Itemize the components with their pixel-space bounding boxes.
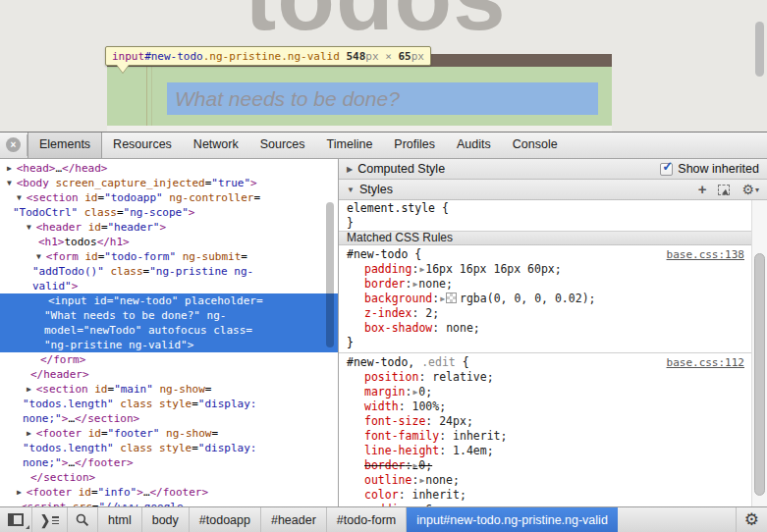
browser-viewport: todos What needs to be done? input#new-t… [0,0,767,132]
inspect-element-button[interactable] [68,507,98,532]
element-style-block[interactable]: element.style { } [339,200,752,231]
computed-style-label: Computed Style [357,162,445,176]
show-console-button[interactable]: ❯ [32,507,68,532]
section-edge-line [146,67,147,126]
css-property[interactable]: border:▶none; [347,277,744,292]
dom-tree-line[interactable]: none;">…</section> [0,411,338,426]
inspect-tooltip: input#new-todo.ng-pristine.ng-valid 548p… [105,46,431,66]
css-rule: #new-todo {base.css:138padding:▶16px 16p… [339,245,752,353]
console-lines-icon [52,516,59,524]
dom-tree-line[interactable]: ▶ <section id="main" ng-show= [0,382,338,397]
css-property[interactable]: font-family: inherit; [347,429,744,444]
css-property[interactable]: z-index: 2; [347,306,744,321]
styles-header[interactable]: ▼ Styles + ⚙ ▾ [339,180,767,200]
tab-profiles[interactable]: Profiles [383,133,446,158]
inspect-tooltip-pointer [117,65,129,73]
breadcrumb-body[interactable]: body [142,507,190,532]
element-style-close: } [347,216,744,231]
show-inherited-label: Show inherited [678,162,759,176]
css-rule-selector[interactable]: #new-todo {base.css:138 [347,247,744,262]
css-property[interactable]: color: inherit; [347,488,744,503]
console-chevron-icon: ❯ [40,511,50,527]
styles-content: element.style { } Matched CSS Rules #new… [339,200,752,507]
dock-menu-corner-icon [26,525,29,529]
stylesheet-link[interactable]: base.css:138 [667,247,744,262]
css-property[interactable]: background:▶rgba(0, 0, 0, 0.02); [347,292,744,306]
dom-tree-line[interactable]: </form> [0,352,338,367]
dom-tree-line[interactable]: none;">…</footer> [0,455,338,470]
page-title: todos [0,0,751,51]
matched-css-rules-label: Matched CSS Rules [347,231,453,245]
css-property[interactable]: outline:▶none; [347,473,744,488]
close-icon[interactable]: × [6,137,21,152]
css-property[interactable]: font-size: 24px; [347,414,744,429]
tab-audits[interactable]: Audits [446,133,502,158]
caret-down-icon: ▾ [755,186,759,194]
dom-tree-line[interactable]: "TodoCtrl" class="ng-scope"> [0,205,338,220]
tree-scrollbar-thumb[interactable] [326,202,334,347]
dom-tree-line[interactable]: "addTodo()" class="ng-pristine ng- [0,264,338,279]
css-property[interactable]: line-height: 1.4em; [347,444,744,458]
dom-tree-line[interactable]: ▼ <body screen_capture_injected="true"> [0,176,338,190]
devtools-toolbar: × ElementsResourcesNetworkSourcesTimelin… [0,133,767,159]
css-property[interactable]: padding:▶16px 16px 16px 60px; [347,262,744,277]
chevron-down-icon: ▼ [347,186,355,194]
tab-console[interactable]: Console [502,133,569,158]
dom-tree-line[interactable]: </section> [0,470,338,485]
search-icon [76,513,89,527]
css-rules: #new-todo {base.css:138padding:▶16px 16p… [339,245,752,507]
dom-tree-line[interactable]: "todos.length" class style="display: [0,397,338,411]
computed-style-header[interactable]: ▶ Computed Style ✓ Show inherited [339,159,767,180]
chevron-right-icon: ▶ [347,165,353,174]
css-property[interactable]: box-shadow: none; [347,321,744,336]
toggle-element-state-icon[interactable] [718,185,730,195]
devtools-tabs: ElementsResourcesNetworkSourcesTimelineP… [27,133,569,158]
tab-resources[interactable]: Resources [102,133,183,158]
css-rule: #new-todo, .edit {base.css:112position: … [339,353,752,507]
css-property[interactable]: position: relative; [347,370,744,385]
color-swatch[interactable] [446,293,457,303]
dom-tree-line[interactable]: <h1>todos</h1> [0,235,338,249]
tab-sources[interactable]: Sources [249,133,316,158]
dom-tree-line[interactable]: ▶ <footer id="footer" ng-show= [0,426,338,441]
input-placeholder-text: What needs to be done? [175,82,400,115]
dom-tree-line[interactable]: ▶ <head>…</head> [0,161,338,176]
stylesheet-link[interactable]: base.css:112 [667,355,744,370]
element-style-open: element.style { [347,201,744,216]
dom-tree-line[interactable]: "What needs to be done?" ng- [0,308,338,323]
dock-button[interactable] [0,507,32,532]
dom-tree-line[interactable]: "todos.length" class style="display: [0,441,338,455]
dom-tree-line[interactable]: valid"> [0,279,338,293]
settings-button[interactable]: ⚙ [736,507,767,532]
breadcrumb-html[interactable]: html [98,507,142,532]
css-rule-close: } [347,336,744,350]
dom-tree-line[interactable]: "ng-pristine ng-valid"> [0,338,338,352]
breadcrumb-todoapp[interactable]: #todoapp [190,507,261,532]
tab-elements[interactable]: Elements [27,133,102,158]
dom-tree-line[interactable]: ▼ <form id="todo-form" ng-submit= [0,249,338,264]
breadcrumb-selected[interactable]: input#new-todo.ng-pristine.ng-valid [407,507,618,532]
dom-tree-line[interactable]: </header> [0,367,338,382]
dom-tree-line[interactable]: <input id="new-todo" placeholder= [0,293,338,308]
devtools-statusbar: ❯ htmlbody#todoapp#header#todo-forminput… [0,506,767,532]
styles-scrollbar-thumb[interactable] [754,253,765,496]
tab-network[interactable]: Network [183,133,249,158]
dock-icon [8,513,24,526]
css-property[interactable]: width: 100%; [347,399,744,414]
css-property[interactable]: border:▶0; [347,458,744,473]
show-inherited-checkbox[interactable]: ✓ [660,163,673,176]
styles-label: Styles [359,183,393,196]
css-property[interactable]: margin:▶0; [347,385,744,399]
dom-tree-line[interactable]: ▶ <footer id="info">…</footer> [0,485,338,500]
dom-tree-line[interactable]: model="newTodo" autofocus class= [0,323,338,338]
css-rule-selector[interactable]: #new-todo, .edit {base.css:112 [347,355,744,370]
tab-timeline[interactable]: Timeline [316,133,384,158]
check-icon: ✓ [662,159,673,174]
page-scrollbar-thumb[interactable] [755,22,764,77]
breadcrumb-todo-form[interactable]: #todo-form [327,507,407,532]
dom-tree-line[interactable]: ▼ <section id="todoapp" ng-controller= [0,190,338,205]
breadcrumb-header[interactable]: #header [261,507,327,532]
new-style-rule-button[interactable]: + [698,180,707,199]
styles-gear-icon[interactable]: ⚙ [741,182,754,197]
dom-tree-line[interactable]: ▼ <header id="header"> [0,220,338,235]
